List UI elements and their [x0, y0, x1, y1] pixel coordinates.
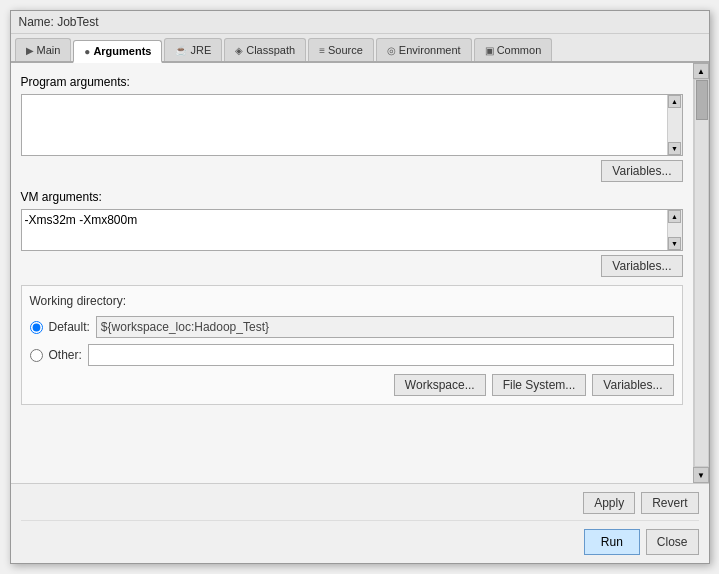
vm-args-variables-btn[interactable]: Variables... — [601, 255, 682, 277]
program-args-scrollbar: ▲ ▼ — [667, 95, 682, 155]
program-args-input[interactable] — [22, 95, 667, 155]
vm-args-label: VM arguments: — [21, 190, 683, 204]
program-args-label: Program arguments: — [21, 75, 683, 89]
vm-args-scroll-up[interactable]: ▲ — [668, 210, 681, 223]
revert-btn[interactable]: Revert — [641, 492, 698, 514]
tab-arguments-label: Arguments — [93, 45, 151, 57]
common-icon: ▣ — [485, 45, 494, 56]
environment-icon: ◎ — [387, 45, 396, 56]
apply-revert-row: Apply Revert — [21, 492, 699, 514]
source-icon: ≡ — [319, 45, 325, 56]
program-args-variables-row: Variables... — [21, 160, 683, 182]
main-panel: Program arguments: ▲ ▼ Variables... VM a… — [11, 63, 693, 483]
default-radio[interactable] — [30, 321, 43, 334]
default-radio-row: Default: — [30, 316, 674, 338]
tab-source[interactable]: ≡ Source — [308, 38, 374, 61]
other-radio-row: Other: — [30, 344, 674, 366]
working-dir-btn-row: Workspace... File System... Variables... — [30, 374, 674, 396]
vm-args-input[interactable]: -Xms32m -Xmx800m — [22, 210, 667, 250]
tab-source-label: Source — [328, 44, 363, 56]
vm-args-variables-row: Variables... — [21, 255, 683, 277]
scroll-up-btn[interactable]: ▲ — [693, 63, 709, 79]
tab-arguments[interactable]: ● Arguments — [73, 40, 162, 63]
tab-common-label: Common — [497, 44, 542, 56]
classpath-icon: ◈ — [235, 45, 243, 56]
program-args-scroll-up[interactable]: ▲ — [668, 95, 681, 108]
tab-main-label: Main — [37, 44, 61, 56]
tab-environment-label: Environment — [399, 44, 461, 56]
working-dir-section: Working directory: Default: Other: Works… — [21, 285, 683, 405]
run-close-row: Run Close — [21, 520, 699, 555]
scroll-down-btn[interactable]: ▼ — [693, 467, 709, 483]
jre-icon: ☕ — [175, 45, 187, 56]
other-radio[interactable] — [30, 349, 43, 362]
other-dir-input[interactable] — [88, 344, 674, 366]
other-radio-label: Other: — [49, 348, 82, 362]
default-radio-label: Default: — [49, 320, 90, 334]
main-scrollbar: ▲ ▼ — [693, 63, 709, 483]
tab-main[interactable]: ▶ Main — [15, 38, 72, 61]
tab-jre[interactable]: ☕ JRE — [164, 38, 222, 61]
workspace-btn[interactable]: Workspace... — [394, 374, 486, 396]
scroll-track[interactable] — [694, 79, 709, 467]
file-system-btn[interactable]: File System... — [492, 374, 587, 396]
main-icon: ▶ — [26, 45, 34, 56]
close-btn[interactable]: Close — [646, 529, 699, 555]
scroll-thumb[interactable] — [696, 80, 708, 120]
tab-environment[interactable]: ◎ Environment — [376, 38, 472, 61]
dialog-title: Name: JobTest — [19, 15, 99, 29]
tab-jre-label: JRE — [190, 44, 211, 56]
content-area: Program arguments: ▲ ▼ Variables... VM a… — [11, 63, 709, 483]
working-dir-variables-btn[interactable]: Variables... — [592, 374, 673, 396]
vm-args-scrollbar: ▲ ▼ — [667, 210, 682, 250]
program-args-wrapper: ▲ ▼ — [21, 94, 683, 156]
title-bar: Name: JobTest — [11, 11, 709, 34]
tab-classpath-label: Classpath — [246, 44, 295, 56]
bottom-panel: Apply Revert Run Close — [11, 483, 709, 563]
dialog: Name: JobTest ▶ Main ● Arguments ☕ JRE ◈… — [10, 10, 710, 564]
default-dir-input — [96, 316, 674, 338]
working-dir-label: Working directory: — [30, 294, 674, 308]
vm-args-scroll-down[interactable]: ▼ — [668, 237, 681, 250]
tab-common[interactable]: ▣ Common — [474, 38, 553, 61]
vm-args-wrapper: -Xms32m -Xmx800m ▲ ▼ — [21, 209, 683, 251]
tabs-row: ▶ Main ● Arguments ☕ JRE ◈ Classpath ≡ S… — [11, 34, 709, 63]
run-btn[interactable]: Run — [584, 529, 640, 555]
apply-btn[interactable]: Apply — [583, 492, 635, 514]
arguments-icon: ● — [84, 46, 90, 57]
program-args-variables-btn[interactable]: Variables... — [601, 160, 682, 182]
program-args-scroll-down[interactable]: ▼ — [668, 142, 681, 155]
tab-classpath[interactable]: ◈ Classpath — [224, 38, 306, 61]
